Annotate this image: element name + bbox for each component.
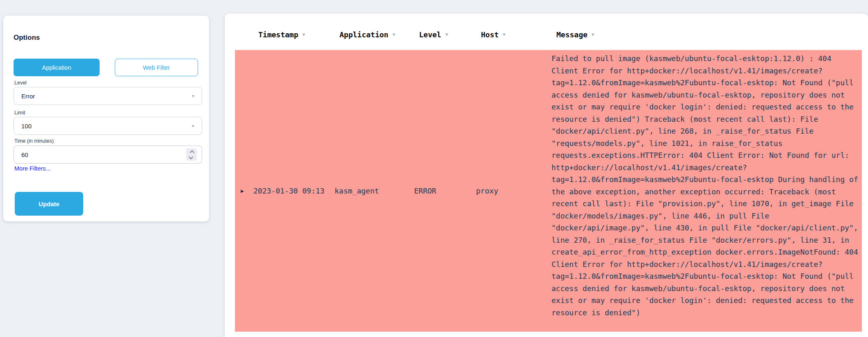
stepper-up-icon[interactable] [190, 150, 194, 155]
cell-level: ERROR [414, 50, 476, 332]
time-input-wrap [14, 146, 202, 164]
column-header-message[interactable]: Message ▼ [551, 30, 862, 39]
column-header-host[interactable]: Host ▼ [476, 30, 551, 39]
chevron-down-icon: ▼ [191, 94, 195, 98]
number-stepper[interactable] [186, 148, 197, 161]
limit-label: Limit [14, 110, 25, 116]
time-input[interactable] [14, 146, 202, 164]
cell-host: proxy [476, 50, 551, 332]
cell-message: Failed to pull image (kasmweb/ubuntu-foc… [551, 50, 862, 332]
log-table: Timestamp ▼ Application ▼ Level ▼ Host ▼… [225, 14, 868, 337]
update-button[interactable]: Update [15, 192, 83, 216]
log-table-header: Timestamp ▼ Application ▼ Level ▼ Host ▼… [235, 14, 862, 50]
sort-caret-icon[interactable]: ▼ [503, 32, 506, 37]
sort-caret-icon[interactable]: ▼ [303, 32, 305, 37]
cell-application: kasm_agent [335, 50, 414, 332]
sort-caret-icon[interactable]: ▼ [592, 32, 595, 37]
stepper-down-icon[interactable] [189, 155, 193, 159]
options-panel-title: Options [14, 34, 199, 42]
limit-select[interactable]: 100 ▼ [14, 117, 202, 135]
limit-select-value: 100 [21, 123, 32, 130]
expand-row-icon[interactable]: ▶ [241, 188, 244, 194]
tab-application[interactable]: Application [14, 59, 100, 76]
sort-caret-icon[interactable]: ▼ [392, 32, 395, 37]
options-panel: Options Application Web Filter Level Err… [3, 16, 209, 221]
level-select[interactable]: Error ▼ [14, 87, 202, 105]
log-type-tabs: Application Web Filter [14, 59, 199, 76]
chevron-down-icon: ▼ [191, 124, 195, 128]
column-header-application[interactable]: Application ▼ [335, 30, 414, 39]
level-select-value: Error [21, 93, 35, 100]
level-label: Level [14, 80, 27, 86]
column-header-timestamp[interactable]: Timestamp ▼ [253, 30, 335, 39]
tab-web-filter[interactable]: Web Filter [115, 59, 198, 76]
time-label: Time (in minutes) [14, 138, 54, 144]
cell-timestamp: 2023-01-30 09:13 [253, 50, 335, 332]
sort-caret-icon[interactable]: ▼ [445, 32, 448, 37]
more-filters-link[interactable]: More Filters... [14, 165, 51, 172]
table-row[interactable]: ▶ 2023-01-30 09:13 kasm_agent ERROR prox… [235, 50, 862, 332]
column-header-level[interactable]: Level ▼ [414, 30, 476, 39]
